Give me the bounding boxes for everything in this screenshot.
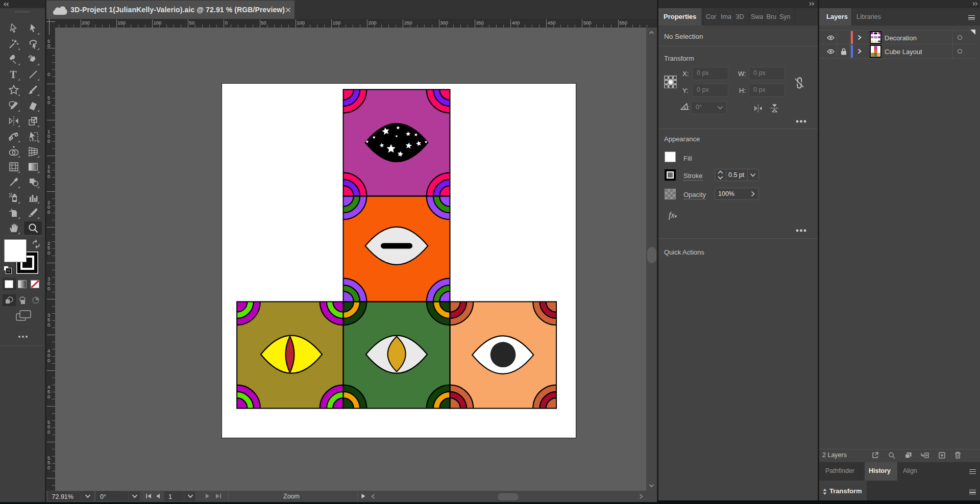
svg-text:T: T	[10, 69, 17, 80]
